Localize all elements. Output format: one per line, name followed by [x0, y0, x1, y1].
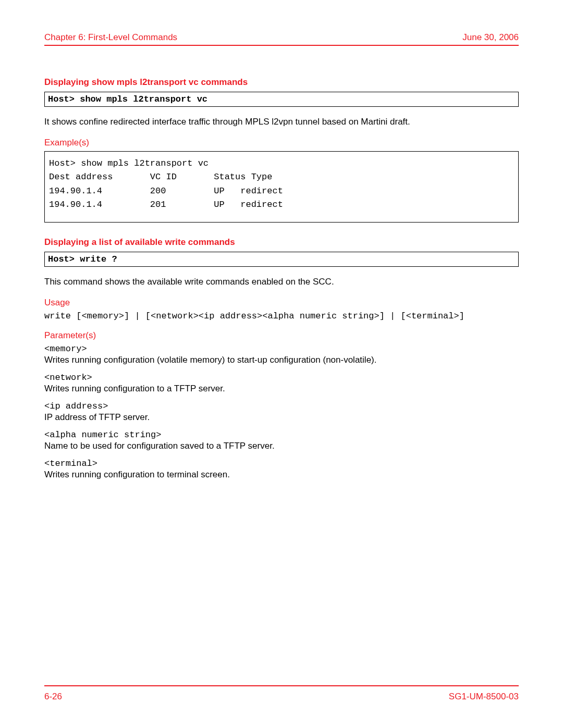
param-alpha-numeric: <alpha numeric string> Name to be used f… — [44, 430, 519, 451]
page-footer: 6-26 SG1-UM-8500-03 — [44, 685, 519, 702]
param-name: <network> — [44, 373, 519, 382]
command-box-write: Host> write ? — [44, 252, 519, 267]
section-title-mpls: Displaying show mpls l2transport vc comm… — [44, 77, 519, 88]
parameters-label: Parameter(s) — [44, 330, 519, 341]
usage-label: Usage — [44, 298, 519, 308]
chapter-title: Chapter 6: First-Level Commands — [44, 32, 177, 43]
param-desc: Writes running configuration to terminal… — [44, 470, 519, 480]
param-ip-address: <ip address> IP address of TFTP server. — [44, 401, 519, 423]
param-name: <terminal> — [44, 459, 519, 468]
param-name: <ip address> — [44, 401, 519, 411]
section-title-write: Displaying a list of available write com… — [44, 237, 519, 248]
command-box-mpls: Host> show mpls l2transport vc — [44, 92, 519, 107]
examples-label: Example(s) — [44, 138, 519, 148]
param-network: <network> Writes running configuration t… — [44, 373, 519, 394]
param-name: <alpha numeric string> — [44, 430, 519, 440]
doc-id: SG1-UM-8500-03 — [449, 692, 519, 702]
param-desc: Name to be used for configuration saved … — [44, 441, 519, 451]
param-desc: IP address of TFTP server. — [44, 412, 519, 423]
param-desc: Writes running configuration (volatile m… — [44, 355, 519, 365]
page-number: 6-26 — [44, 692, 62, 702]
param-desc: Writes running configuration to a TFTP s… — [44, 384, 519, 394]
example-output-mpls: Host> show mpls l2transport vc Dest addr… — [44, 151, 519, 223]
usage-text: write [<memory>] | [<network><ip address… — [44, 311, 519, 321]
param-memory: <memory> Writes running configuration (v… — [44, 344, 519, 365]
section1-description: It shows confine redirected interface tr… — [44, 116, 519, 128]
section2-description: This command shows the available write c… — [44, 276, 519, 288]
page-content: Chapter 6: First-Level Commands June 30,… — [0, 0, 563, 508]
header-date: June 30, 2006 — [462, 32, 519, 43]
param-name: <memory> — [44, 344, 519, 354]
param-terminal: <terminal> Writes running configuration … — [44, 459, 519, 480]
page-header: Chapter 6: First-Level Commands June 30,… — [44, 32, 519, 46]
